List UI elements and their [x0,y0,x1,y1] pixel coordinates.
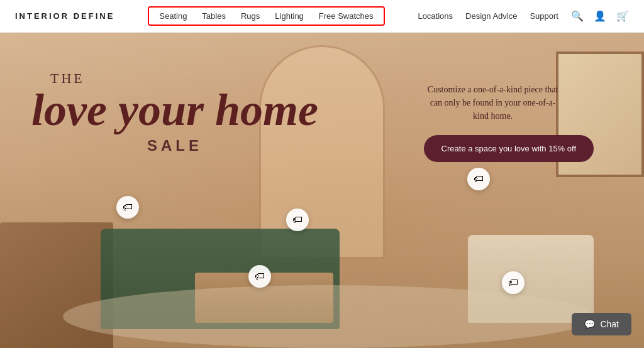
nav-support[interactable]: Support [530,11,558,21]
hero-sale-label: SALE [31,137,318,155]
nav-icon-group: 🔍 👤 🛒 [571,10,629,22]
header: INTERIOR DEFINE Seating Tables Rugs Ligh… [0,0,644,33]
price-tag-2[interactable] [286,209,309,231]
nav-item-seating[interactable]: Seating [159,11,187,21]
hero-tagline: Customize a one-of-a-kind piece that can… [424,83,562,122]
nav-design-advice[interactable]: Design Advice [465,11,517,21]
price-tag-4[interactable] [248,265,271,288]
hero-main-title: love your home [31,87,318,134]
chat-button[interactable]: 💬 Chat [572,313,631,335]
hero-section: THE love your home SALE Customize a one-… [0,33,644,348]
chat-label: Chat [600,319,619,329]
nav-item-lighting[interactable]: Lighting [275,11,304,21]
rug-decoration [63,285,594,348]
search-icon[interactable]: 🔍 [571,10,584,22]
nav-locations[interactable]: Locations [418,11,453,21]
price-tag-1[interactable] [116,196,139,219]
nav-item-tables[interactable]: Tables [202,11,226,21]
nav-right: Locations Design Advice Support 🔍 👤 🛒 [418,10,629,22]
account-icon[interactable]: 👤 [594,10,606,22]
chat-icon: 💬 [584,319,595,329]
nav-item-free-swatches[interactable]: Free Swatches [319,11,374,21]
brand-logo: INTERIOR DEFINE [15,11,114,21]
price-tag-3[interactable] [467,168,490,190]
hero-cta-button[interactable]: Create a space you love with 15% off [424,135,594,162]
main-navigation: Seating Tables Rugs Lighting Free Swatch… [148,6,384,26]
nav-item-rugs[interactable]: Rugs [241,11,260,21]
hero-text-block: THE love your home SALE [31,70,318,155]
cart-icon[interactable]: 🛒 [616,10,629,22]
price-tag-5[interactable] [502,271,525,294]
hero-right-block: Customize a one-of-a-kind piece that can… [424,83,594,162]
